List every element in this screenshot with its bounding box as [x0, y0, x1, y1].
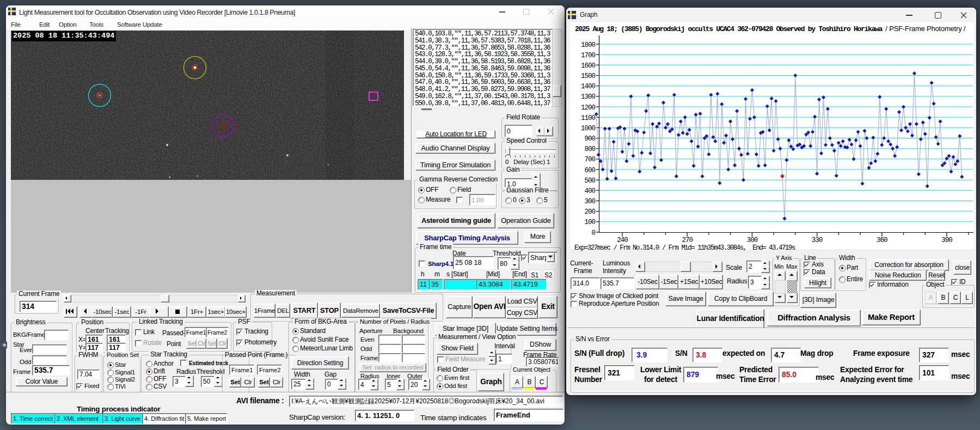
svg-text:1400: 1400	[581, 83, 596, 90]
svg-text:600: 600	[584, 167, 595, 174]
svg-text:1700: 1700	[581, 52, 596, 59]
svg-text:200: 200	[584, 208, 595, 216]
svg-text:0: 0	[591, 229, 595, 237]
svg-text:1300: 1300	[581, 93, 596, 101]
svg-text:1500: 1500	[581, 72, 596, 80]
svg-text:240: 240	[617, 237, 628, 244]
svg-text:100: 100	[584, 219, 595, 226]
svg-text:300: 300	[747, 237, 758, 244]
svg-text:500: 500	[584, 177, 595, 185]
svg-text:700: 700	[584, 156, 595, 163]
svg-text:1200: 1200	[581, 104, 596, 112]
svg-text:1800: 1800	[581, 41, 596, 49]
svg-text:390: 390	[941, 237, 952, 244]
svg-text:400: 400	[584, 187, 595, 195]
svg-text:1000: 1000	[581, 125, 596, 132]
svg-text:800: 800	[584, 146, 595, 153]
svg-text:270: 270	[682, 237, 693, 244]
svg-text:300: 300	[584, 198, 595, 205]
svg-text:330: 330	[812, 237, 823, 244]
svg-text:1100: 1100	[581, 114, 596, 122]
svg-text:900: 900	[584, 135, 595, 143]
svg-text:1600: 1600	[581, 62, 596, 70]
svg-text:360: 360	[877, 237, 887, 244]
